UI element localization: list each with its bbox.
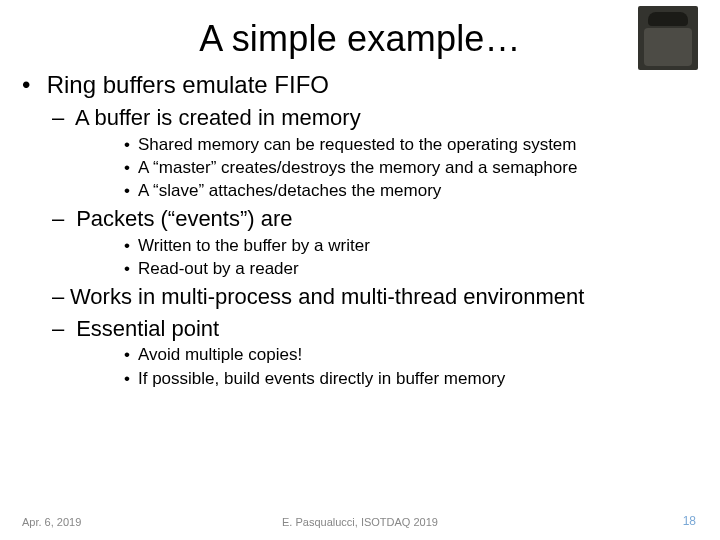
list-item-text: If possible, build events directly in bu… (138, 369, 505, 388)
bullet-list-level3: Shared memory can be requested to the op… (52, 134, 720, 202)
list-item: Packets (“events”) are Written to the bu… (52, 205, 720, 279)
list-item: Shared memory can be requested to the op… (124, 134, 720, 155)
list-item-text: A buffer is created in memory (75, 105, 361, 130)
footer-center: E. Pasqualucci, ISOTDAQ 2019 (0, 516, 720, 528)
bullet-list-level2: A buffer is created in memory Shared mem… (22, 104, 720, 389)
bullet-list-level3: Written to the buffer by a writer Read-o… (52, 235, 720, 280)
list-item-text: Ring buffers emulate FIFO (47, 71, 329, 98)
list-item-text: Read-out by a reader (138, 259, 299, 278)
list-item-text: A “slave” attaches/detaches the memory (138, 181, 441, 200)
list-item: Ring buffers emulate FIFO A buffer is cr… (22, 70, 720, 389)
list-item-text: Avoid multiple copies! (138, 345, 302, 364)
list-item: A “master” creates/destroys the memory a… (124, 157, 720, 178)
list-item-text: Shared memory can be requested to the op… (138, 135, 576, 154)
footer-page-number: 18 (683, 514, 696, 528)
bullet-list-level1: Ring buffers emulate FIFO A buffer is cr… (22, 70, 720, 389)
list-item-text: Written to the buffer by a writer (138, 236, 370, 255)
bullet-list-level3: Avoid multiple copies! If possible, buil… (52, 344, 720, 389)
list-item-text: A “master” creates/destroys the memory a… (138, 158, 577, 177)
list-item: Essential point Avoid multiple copies! I… (52, 315, 720, 389)
list-item: Avoid multiple copies! (124, 344, 720, 365)
list-item-text: Essential point (76, 316, 219, 341)
slide-body: Ring buffers emulate FIFO A buffer is cr… (0, 70, 720, 389)
list-item-text: Packets (“events”) are (76, 206, 292, 231)
list-item: If possible, build events directly in bu… (124, 368, 720, 389)
slide-title: A simple example… (0, 0, 720, 70)
list-item: A buffer is created in memory Shared mem… (52, 104, 720, 201)
list-item: Read-out by a reader (124, 258, 720, 279)
slide: A simple example… Ring buffers emulate F… (0, 0, 720, 540)
list-item: Written to the buffer by a writer (124, 235, 720, 256)
rosetta-stone-icon (638, 6, 698, 70)
list-item: A “slave” attaches/detaches the memory (124, 180, 720, 201)
list-item-text: Works in multi-process and multi-thread … (70, 284, 584, 309)
list-item: Works in multi-process and multi-thread … (52, 283, 720, 311)
